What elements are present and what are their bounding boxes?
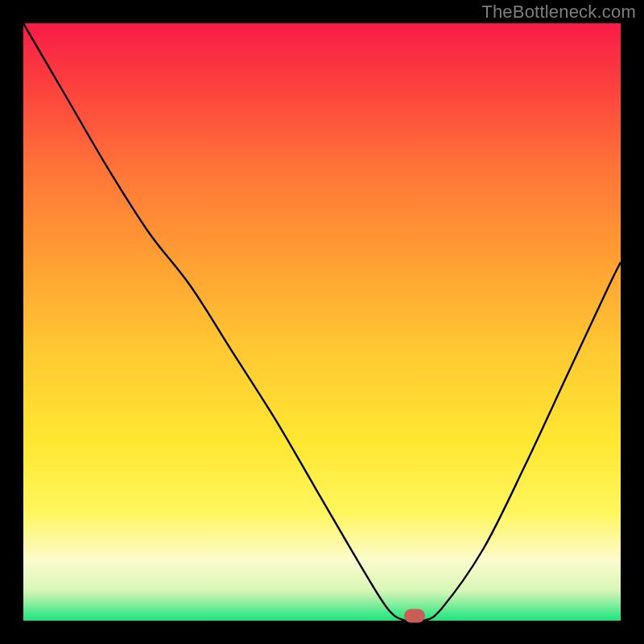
chart-frame: TheBottleneck.com xyxy=(0,0,644,644)
optimal-marker xyxy=(404,609,425,623)
plot-area xyxy=(23,23,621,621)
attribution-label: TheBottleneck.com xyxy=(481,2,636,23)
bottleneck-curve xyxy=(23,23,621,621)
